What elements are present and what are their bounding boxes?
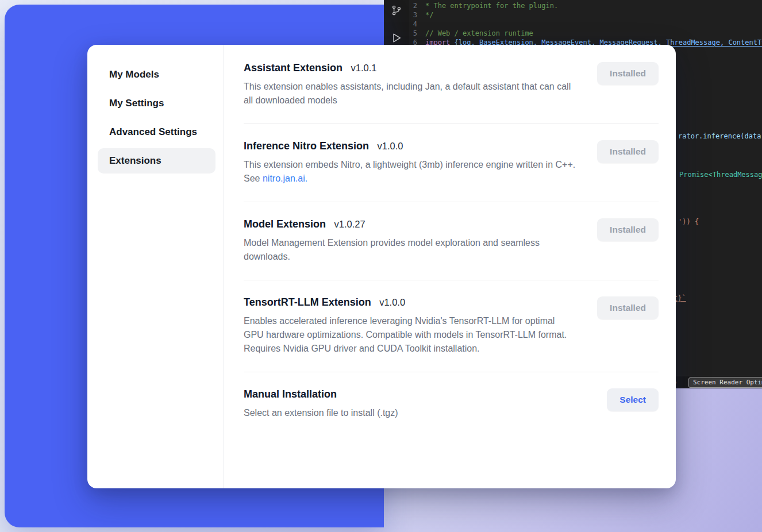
extension-description: Enables accelerated inference leveraging…: [244, 314, 576, 356]
select-file-button[interactable]: Select: [607, 388, 659, 411]
nitro-jan-ai-link[interactable]: nitro.jan.ai.: [263, 174, 307, 183]
code-text: * The entrypoint for the plugin.: [425, 1, 558, 10]
code-line: 2 * The entrypoint for the plugin.: [384, 1, 762, 10]
code-fragment: ')) {: [678, 217, 699, 226]
extension-title: Model Extension: [244, 218, 326, 230]
extension-title-line: TensortRT-LLM Extension v1.0.0: [244, 296, 576, 309]
extension-info: Manual Installation Select an extension …: [244, 388, 398, 420]
extension-info: Model Extension v1.0.27 Model Management…: [244, 218, 576, 264]
extension-version: v1.0.0: [379, 297, 405, 307]
screen-reader-optimized-badge[interactable]: Screen Reader Optimized: [688, 377, 762, 388]
settings-sidebar: My Models My Settings Advanced Settings …: [87, 45, 224, 488]
extension-description: Model Management Extension provides mode…: [244, 236, 576, 264]
extension-description: This extension enables assistants, inclu…: [244, 80, 576, 107]
code-line: 4: [384, 20, 762, 29]
code-text: */: [425, 10, 433, 20]
description-text: Select an extension file to install (.tg…: [244, 408, 398, 418]
extension-row-nitro: Inference Nitro Extension v1.0.0 This ex…: [244, 124, 659, 202]
extension-row-model: Model Extension v1.0.27 Model Management…: [244, 202, 659, 280]
code-fragment: Promise<ThreadMessage>: [679, 170, 762, 179]
description-text: Model Management Extension provides mode…: [244, 238, 540, 261]
code-line: 5 // Web / extension runtime: [384, 29, 762, 38]
extension-description: This extension embeds Nitro, a lightweig…: [244, 158, 576, 186]
desktop-background: 2 * The entrypoint for the plugin. 3 */ …: [0, 0, 762, 532]
extension-version: v1.0.27: [334, 219, 365, 229]
code-line: 3 */: [384, 10, 762, 20]
extensions-panel: Assistant Extension v1.0.1 This extensio…: [224, 45, 676, 488]
installed-button[interactable]: Installed: [597, 296, 659, 319]
code-area: 2 * The entrypoint for the plugin. 3 */ …: [384, 1, 762, 47]
sidebar-item-advanced-settings[interactable]: Advanced Settings: [98, 119, 215, 145]
extension-row-assistant: Assistant Extension v1.0.1 This extensio…: [244, 45, 659, 124]
description-text: Enables accelerated inference leveraging…: [244, 316, 567, 353]
extension-info: Inference Nitro Extension v1.0.0 This ex…: [244, 140, 576, 186]
sidebar-item-extensions[interactable]: Extensions: [98, 148, 215, 174]
line-number: 3: [384, 10, 425, 20]
line-number: 4: [384, 20, 425, 29]
manual-installation-title: Manual Installation: [244, 388, 337, 400]
extension-info: Assistant Extension v1.0.1 This extensio…: [244, 62, 576, 107]
installed-button[interactable]: Installed: [597, 140, 659, 163]
line-number: 5: [384, 29, 425, 38]
extension-title-line: Manual Installation: [244, 388, 398, 400]
extension-title: Inference Nitro Extension: [244, 140, 369, 152]
extension-title-line: Model Extension v1.0.27: [244, 218, 576, 230]
code-text: // Web / extension runtime: [425, 29, 533, 38]
sidebar-item-my-models[interactable]: My Models: [98, 62, 215, 87]
extension-version: v1.0.1: [351, 63, 377, 73]
manual-installation-description: Select an extension file to install (.tg…: [244, 406, 398, 420]
extension-title-line: Inference Nitro Extension v1.0.0: [244, 140, 576, 152]
code-fragment: rator.inference(data));: [678, 132, 762, 141]
installed-button[interactable]: Installed: [597, 62, 659, 85]
manual-installation-row: Manual Installation Select an extension …: [244, 372, 659, 436]
extension-title: TensortRT-LLM Extension: [244, 296, 371, 308]
extension-info: TensortRT-LLM Extension v1.0.0 Enables a…: [244, 296, 576, 356]
extension-title-line: Assistant Extension v1.0.1: [244, 62, 576, 74]
settings-modal: My Models My Settings Advanced Settings …: [87, 45, 676, 488]
line-number: 2: [384, 1, 425, 10]
description-text: This extension enables assistants, inclu…: [244, 82, 571, 105]
sidebar-item-my-settings[interactable]: My Settings: [98, 91, 215, 116]
extension-row-tensorrt: TensortRT-LLM Extension v1.0.0 Enables a…: [244, 280, 659, 372]
extension-title: Assistant Extension: [244, 62, 342, 74]
extension-version: v1.0.0: [378, 141, 403, 151]
installed-button[interactable]: Installed: [597, 218, 659, 241]
